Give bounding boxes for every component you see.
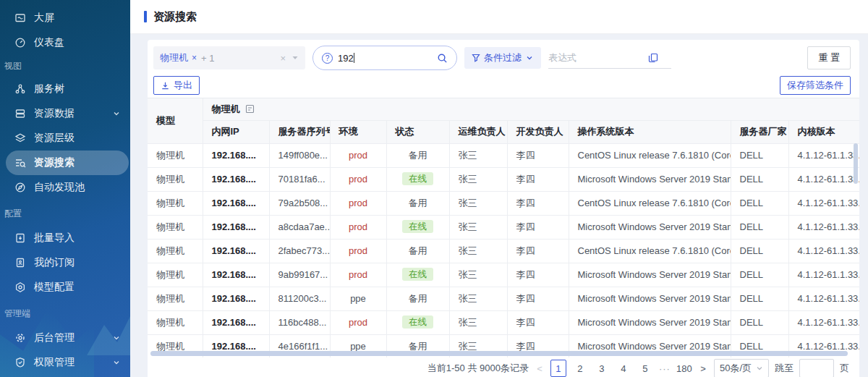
cell-env: ppe	[330, 287, 386, 310]
model-config-icon	[14, 281, 26, 293]
help-circle-icon: ?	[322, 53, 333, 64]
cell-serial: 2fabec773...	[269, 239, 330, 263]
copy-icon[interactable]	[648, 53, 658, 63]
page-number-current[interactable]: 1	[550, 360, 566, 377]
sidebar-item-permission-admin[interactable]: 权限管理	[0, 350, 130, 375]
table-row[interactable]: 物理机 192.168.... 70181fa6... prod 在线 张三 李…	[148, 167, 859, 191]
cell-serial: 9ab99167...	[269, 263, 330, 287]
cell-ops-owner: 张三	[449, 191, 507, 215]
sidebar-item-model-config[interactable]: 模型配置	[0, 275, 130, 300]
sidebar-item-my-subscriptions[interactable]: 我的订阅	[0, 250, 130, 275]
sidebar-item-resource-level[interactable]: 资源层级	[0, 126, 130, 151]
page-size-value: 50条/页	[720, 362, 752, 375]
sidebar: 大屏 仪表盘 视图 服务树 资源数据 资源层级 资源搜索	[0, 0, 130, 377]
search-input[interactable]: ? 192	[312, 46, 457, 70]
page-number[interactable]: 2	[572, 360, 588, 377]
page-number[interactable]: 4	[616, 360, 631, 377]
cell-env: prod	[330, 239, 386, 263]
cell-dev-owner: 李四	[507, 167, 569, 191]
cell-vendor: DELL	[731, 191, 788, 215]
tag-close-icon[interactable]: ×	[192, 53, 197, 63]
sidebar-item-auto-discovery-pool[interactable]: 自动发现池	[0, 175, 130, 200]
cell-os-version: Microsoft Windows Server 2019 Stan...	[569, 167, 731, 191]
status-badge: 备用	[409, 341, 427, 352]
chevron-down-icon	[113, 110, 120, 117]
cell-kernel: 4.1.12-61.1.33.	[788, 287, 859, 310]
select-clear-icon[interactable]: ×	[280, 53, 286, 64]
cell-kernel: 4.1.12-61.1.33.	[788, 167, 859, 191]
select-caret-icon[interactable]	[292, 54, 299, 62]
cell-os-version: Microsoft Windows Server 2019 Stan...	[569, 310, 731, 334]
column-header: 运维负责人	[449, 120, 507, 143]
cell-env: prod	[330, 310, 386, 334]
condition-filter-button[interactable]: 条件过滤	[464, 47, 541, 69]
cell-dev-owner: 李四	[507, 287, 569, 310]
table-row[interactable]: 物理机 192.168.... 9ab99167... prod 在线 张三 李…	[148, 263, 859, 287]
column-settings-icon[interactable]	[245, 104, 255, 114]
table-row[interactable]: 物理机 192.168.... 79a2b508... prod 备用 张三 李…	[148, 191, 859, 215]
cell-model: 物理机	[148, 215, 203, 239]
export-label: 导出	[174, 79, 192, 92]
cell-serial: 811200c3...	[269, 287, 330, 310]
table-row[interactable]: 物理机 192.168.... 149ff080e... prod 备用 张三 …	[148, 143, 859, 167]
page-number[interactable]: 5	[637, 360, 653, 377]
cell-ip: 192.168....	[203, 191, 269, 215]
cell-status: 在线	[386, 310, 449, 334]
title-bar: 资源搜索	[130, 0, 868, 34]
group-header-label: 物理机	[212, 103, 240, 116]
table-row[interactable]: 物理机 192.168.... 811200c3... ppe 备用 张三 李四…	[148, 287, 859, 310]
jump-page-input[interactable]	[799, 359, 834, 377]
table-row[interactable]: 物理机 192.168.... a8cdaa7ae... prod 在线 张三 …	[148, 215, 859, 239]
cell-env: prod	[330, 167, 386, 191]
pagination-bar: 当前1-50 共 9000条记录 < 1 2 3 4 5 ··· 180 > 5…	[148, 357, 859, 377]
expression-field[interactable]	[548, 47, 671, 69]
filter-row: 物理机 × + 1 × ? 192 条件过滤	[153, 46, 854, 70]
next-page-button[interactable]: >	[698, 363, 708, 374]
table-row[interactable]: 物理机 192.168.... 2fabec773... prod 备用 张三 …	[148, 239, 859, 263]
vertical-scrollbar-thumb[interactable]	[854, 143, 858, 184]
table-row[interactable]: 物理机 192.168.... 116bc488... prod 在线 张三 李…	[148, 310, 859, 334]
cell-os-version: Microsoft Windows Server 2019 Stan...	[569, 287, 731, 310]
cell-ip: 192.168....	[203, 287, 269, 310]
cell-vendor: DELL	[731, 215, 788, 239]
expression-input[interactable]	[548, 52, 642, 63]
save-filter-button[interactable]: 保存筛选条件	[780, 76, 851, 95]
sidebar-item-big-screen[interactable]: 大屏	[0, 6, 130, 30]
cell-kernel: 4.1.12-61.1.33.	[788, 239, 859, 263]
page-number-last[interactable]: 180	[676, 360, 692, 377]
sidebar-item-resource-search[interactable]: 资源搜索	[6, 151, 129, 175]
horizontal-scrollbar-thumb[interactable]	[150, 351, 848, 356]
content-card: 物理机 × + 1 × ? 192 条件过滤	[148, 40, 859, 377]
results-table-wrap: 模型 物理机 内网IP 服务器序列号	[148, 98, 859, 357]
page-size-select[interactable]: 50条/页	[714, 359, 769, 377]
page-unit-label: 页	[840, 362, 849, 375]
sidebar-item-backend-admin[interactable]: 后台管理	[0, 326, 130, 350]
import-icon	[14, 232, 26, 244]
cell-os-version: CentOS Linux release 7.6.1810 (Core)	[569, 239, 731, 263]
cell-model: 物理机	[148, 167, 203, 191]
funnel-icon	[472, 54, 480, 62]
sidebar-item-batch-import[interactable]: 批量导入	[0, 226, 130, 250]
status-badge: 备用	[409, 293, 427, 304]
cell-status: 备用	[386, 143, 449, 167]
sidebar-item-service-tree[interactable]: 服务树	[0, 77, 130, 101]
cell-ops-owner: 张三	[449, 263, 507, 287]
prev-page-button[interactable]: <	[535, 363, 545, 374]
sidebar-item-label: 自动发现池	[34, 181, 85, 194]
sidebar-item-label: 大屏	[34, 12, 54, 25]
reset-button[interactable]: 重 置	[807, 46, 851, 69]
sidebar-item-resource-data[interactable]: 资源数据	[0, 101, 130, 126]
subscription-icon	[14, 257, 26, 268]
page-number[interactable]: 3	[594, 360, 610, 377]
export-button[interactable]: 导出	[153, 76, 200, 95]
page-ellipsis[interactable]: ···	[659, 363, 671, 374]
chevron-down-icon	[113, 359, 120, 366]
model-select[interactable]: 物理机 × + 1 ×	[153, 46, 305, 69]
sidebar-item-dashboard[interactable]: 仪表盘	[0, 30, 130, 55]
cell-ops-owner: 张三	[449, 143, 507, 167]
cell-model: 物理机	[148, 263, 203, 287]
cell-status: 在线	[386, 167, 449, 191]
cell-ip: 192.168....	[203, 310, 269, 334]
search-icon[interactable]	[437, 53, 448, 64]
cell-env: prod	[330, 263, 386, 287]
